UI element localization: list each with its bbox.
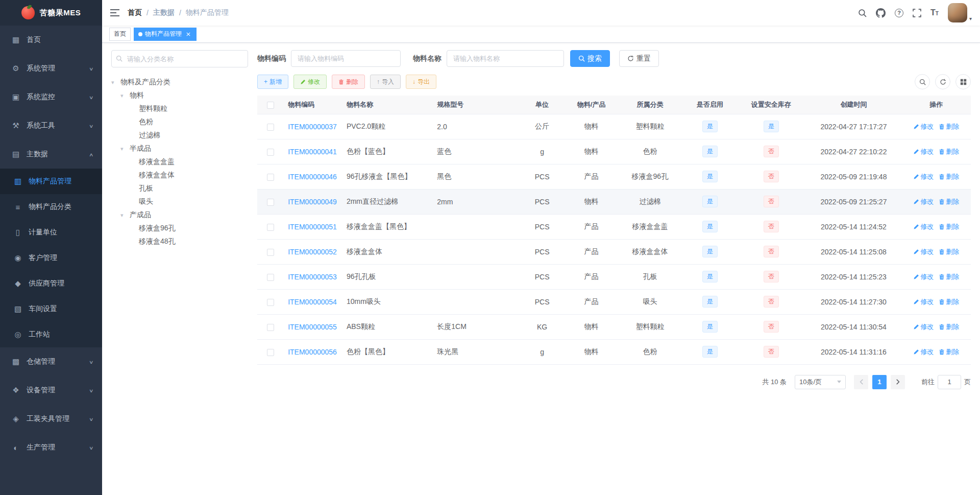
select-all-checkbox[interactable] [267, 102, 274, 109]
row-checkbox[interactable] [267, 249, 274, 256]
row-delete-button[interactable]: 删除 [939, 247, 959, 256]
row-delete-button[interactable]: 删除 [939, 122, 959, 131]
row-edit-button[interactable]: 修改 [913, 322, 934, 332]
page-size-select[interactable]: 10条/页 [795, 375, 846, 389]
import-button[interactable]: ↑ 导入 [370, 75, 401, 89]
tree-node[interactable]: 移液盒48孔 [111, 235, 248, 248]
material-code-link[interactable]: ITEM00000046 [288, 173, 337, 181]
tree-node[interactable]: 移液盒96孔 [111, 222, 248, 235]
material-code-link[interactable]: ITEM00000052 [288, 248, 337, 256]
tree-node[interactable]: ▾半成品 [111, 142, 248, 155]
toggle-search-button[interactable] [915, 74, 930, 89]
row-checkbox[interactable] [267, 149, 274, 156]
edit-button[interactable]: 修改 [293, 75, 327, 89]
github-icon[interactable] [876, 8, 886, 18]
tree-node[interactable]: 移液盒盒盖 [111, 155, 248, 169]
material-code-link[interactable]: ITEM00000041 [288, 148, 337, 156]
sidebar-item-home[interactable]: ▦首页 [0, 26, 102, 54]
row-delete-button[interactable]: 删除 [939, 297, 959, 307]
row-delete-button[interactable]: 删除 [939, 272, 959, 281]
tree-node[interactable]: 过滤棉 [111, 129, 248, 142]
tree-node[interactable]: 孔板 [111, 182, 248, 195]
add-button[interactable]: + 新增 [257, 75, 288, 89]
row-edit-button[interactable]: 修改 [913, 247, 934, 256]
row-delete-button[interactable]: 删除 [939, 322, 959, 332]
tag-close-icon[interactable] [185, 31, 192, 38]
sidebar-item-system-monitor[interactable]: ▣系统监控∨ [0, 83, 102, 111]
sidebar-subitem-measure-unit[interactable]: ▯计量单位 [0, 220, 102, 245]
row-edit-button[interactable]: 修改 [913, 122, 934, 131]
delete-button[interactable]: 删除 [332, 75, 365, 89]
next-page-button[interactable] [891, 375, 905, 389]
sidebar-subitem-workstation[interactable]: ◎工作站 [0, 322, 102, 347]
row-checkbox[interactable] [267, 224, 274, 231]
row-delete-button[interactable]: 删除 [939, 347, 959, 357]
row-checkbox[interactable] [267, 349, 274, 356]
row-edit-button[interactable]: 修改 [913, 297, 934, 307]
export-button[interactable]: ↓ 导出 [406, 75, 436, 89]
row-checkbox[interactable] [267, 174, 274, 181]
goto-page-input[interactable] [938, 375, 961, 389]
row-edit-button[interactable]: 修改 [913, 197, 934, 206]
help-icon[interactable]: ? [895, 9, 903, 17]
sidebar-item-production-mgmt[interactable]: ◐生产管理∨ [0, 433, 102, 462]
sidebar-subitem-supplier-mgmt[interactable]: ◆供应商管理 [0, 271, 102, 296]
tree-node[interactable]: 塑料颗粒 [111, 102, 248, 115]
row-checkbox[interactable] [267, 299, 274, 306]
tree-node[interactable]: ▾产成品 [111, 208, 248, 222]
sidebar-item-fixture-mgmt[interactable]: ◈工装夹具管理∨ [0, 405, 102, 433]
page-number-1[interactable]: 1 [872, 375, 887, 389]
row-delete-button[interactable]: 删除 [939, 172, 959, 181]
category-search-input[interactable] [111, 50, 248, 67]
material-code-link[interactable]: ITEM00000056 [288, 348, 337, 356]
row-checkbox[interactable] [267, 324, 274, 331]
material-code-link[interactable]: ITEM00000037 [288, 123, 337, 131]
tree-node[interactable]: ▾物料及产品分类 [111, 76, 248, 89]
reset-button[interactable]: 重置 [619, 50, 659, 67]
material-code-input[interactable] [291, 50, 401, 67]
fullscreen-icon[interactable] [913, 9, 921, 17]
tag-home[interactable]: 首页 [109, 28, 131, 41]
row-edit-button[interactable]: 修改 [913, 347, 934, 357]
font-size-icon[interactable]: TT [930, 9, 939, 17]
hamburger-icon[interactable] [110, 9, 119, 17]
tree-node[interactable]: 移液盒盒体 [111, 169, 248, 182]
sidebar-subitem-material-product-category[interactable]: ≡物料产品分类 [0, 194, 102, 220]
prev-page-button[interactable] [854, 375, 868, 389]
row-edit-button[interactable]: 修改 [913, 172, 934, 181]
user-menu[interactable]: ▾ [948, 3, 972, 22]
material-code-link[interactable]: ITEM00000055 [288, 323, 337, 331]
material-code-link[interactable]: ITEM00000051 [288, 223, 337, 231]
row-checkbox[interactable] [267, 199, 274, 206]
app-logo[interactable]: 苦糖果MES [0, 0, 102, 26]
columns-icon[interactable] [955, 74, 971, 89]
sidebar-item-system-tools[interactable]: ⚒系统工具∨ [0, 111, 102, 140]
tag-current[interactable]: 物料产品管理 [134, 28, 197, 41]
breadcrumb-master-data[interactable]: 主数据 [153, 8, 175, 17]
row-checkbox[interactable] [267, 124, 274, 131]
row-checkbox[interactable] [267, 274, 274, 281]
tree-node[interactable]: 吸头 [111, 195, 248, 208]
sidebar-item-master-data[interactable]: ▤主数据∧ [0, 140, 102, 169]
tree-node[interactable]: 色粉 [111, 115, 248, 129]
row-edit-button[interactable]: 修改 [913, 222, 934, 231]
refresh-table-button[interactable] [935, 74, 950, 89]
material-code-link[interactable]: ITEM00000054 [288, 298, 337, 306]
search-button[interactable]: 搜索 [570, 50, 610, 67]
material-name-input[interactable] [447, 50, 564, 67]
sidebar-item-system-admin[interactable]: ⚙系统管理∨ [0, 54, 102, 83]
sidebar-subitem-workshop-setting[interactable]: ▧车间设置 [0, 296, 102, 322]
tree-node[interactable]: ▾物料 [111, 89, 248, 102]
sidebar-subitem-material-product-mgmt[interactable]: ▥物料产品管理 [0, 169, 102, 194]
avatar[interactable] [948, 3, 967, 22]
material-code-link[interactable]: ITEM00000053 [288, 273, 337, 281]
sidebar-item-warehouse-mgmt[interactable]: ▩仓储管理∨ [0, 347, 102, 376]
row-edit-button[interactable]: 修改 [913, 147, 934, 156]
search-icon[interactable] [858, 9, 867, 17]
breadcrumb-home[interactable]: 首页 [128, 8, 142, 17]
row-edit-button[interactable]: 修改 [913, 272, 934, 281]
sidebar-item-equipment-mgmt[interactable]: ❖设备管理∨ [0, 376, 102, 405]
row-delete-button[interactable]: 删除 [939, 197, 959, 206]
row-delete-button[interactable]: 删除 [939, 147, 959, 156]
row-delete-button[interactable]: 删除 [939, 222, 959, 231]
